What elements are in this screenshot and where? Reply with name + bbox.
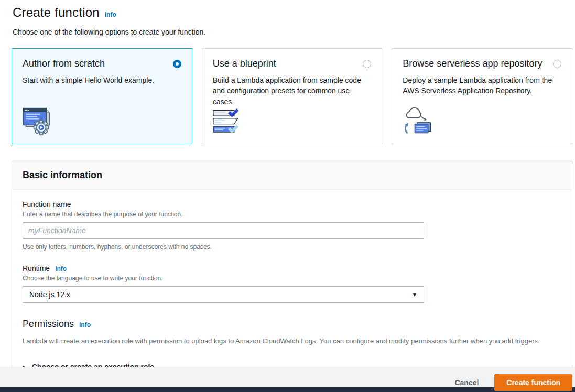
- page-title: Create function: [13, 5, 100, 20]
- author-from-scratch-icon: [23, 105, 181, 136]
- function-name-field: Function name Enter a name that describe…: [23, 200, 561, 251]
- option-card-description: Start with a simple Hello World example.: [23, 75, 181, 85]
- permissions-heading: Permissions: [23, 319, 74, 330]
- blueprint-icon: [213, 107, 372, 136]
- option-card-author-from-scratch[interactable]: Author from scratch Start with a simple …: [12, 48, 192, 144]
- option-card-title: Use a blueprint: [213, 58, 276, 69]
- option-card-use-a-blueprint[interactable]: Use a blueprint Build a Lambda applicati…: [202, 48, 383, 144]
- radio-use-a-blueprint[interactable]: [363, 60, 371, 68]
- function-name-input[interactable]: [23, 222, 424, 239]
- runtime-label: Runtime: [23, 264, 50, 273]
- basic-information-heading: Basic information: [23, 170, 102, 180]
- function-name-description: Enter a name that describes the purpose …: [23, 211, 561, 218]
- function-name-hint: Use only letters, numbers, hyphens, or u…: [23, 243, 561, 251]
- chevron-down-icon: ▼: [412, 292, 417, 298]
- runtime-info-link[interactable]: Info: [55, 265, 67, 273]
- option-card-browse-serverless-app-repository[interactable]: Browse serverless app repository Deploy …: [392, 48, 572, 144]
- page-header: Create function Info Choose one of the f…: [0, 0, 575, 36]
- radio-author-from-scratch[interactable]: [173, 60, 181, 68]
- permissions-section: Permissions Info Lambda will create an e…: [23, 319, 561, 345]
- runtime-description: Choose the language to use to write your…: [23, 275, 561, 282]
- function-name-label: Function name: [23, 200, 561, 209]
- console-footer-bar: [0, 387, 575, 392]
- option-card-description: Build a Lambda application from sample c…: [213, 75, 372, 107]
- option-card-title: Author from scratch: [23, 58, 105, 69]
- page-title-info-link[interactable]: Info: [105, 11, 116, 18]
- permissions-description: Lambda will create an execution role wit…: [23, 337, 561, 345]
- radio-browse-serverless-app-repository[interactable]: [553, 60, 561, 68]
- runtime-select[interactable]: Node.js 12.x ▼: [23, 286, 424, 303]
- runtime-selected-value: Node.js 12.x: [29, 290, 70, 299]
- cancel-button[interactable]: Cancel: [454, 378, 479, 387]
- runtime-field: Runtime Info Choose the language to use …: [23, 264, 561, 303]
- option-card-title: Browse serverless app repository: [403, 58, 542, 69]
- permissions-info-link[interactable]: Info: [79, 321, 91, 329]
- basic-information-body: Function name Enter a name that describe…: [12, 190, 572, 387]
- basic-information-header: Basic information: [12, 161, 572, 190]
- option-card-description: Deploy a sample Lambda application from …: [403, 75, 561, 96]
- page-subtitle: Choose one of the following options to c…: [13, 28, 562, 36]
- creation-option-cards: Author from scratch Start with a simple …: [12, 48, 572, 144]
- create-function-page: Create function Info Choose one of the f…: [0, 0, 575, 392]
- serverless-app-repository-icon: [403, 105, 561, 136]
- create-function-button[interactable]: Create function: [494, 374, 572, 391]
- basic-information-panel: Basic information Function name Enter a …: [12, 161, 572, 387]
